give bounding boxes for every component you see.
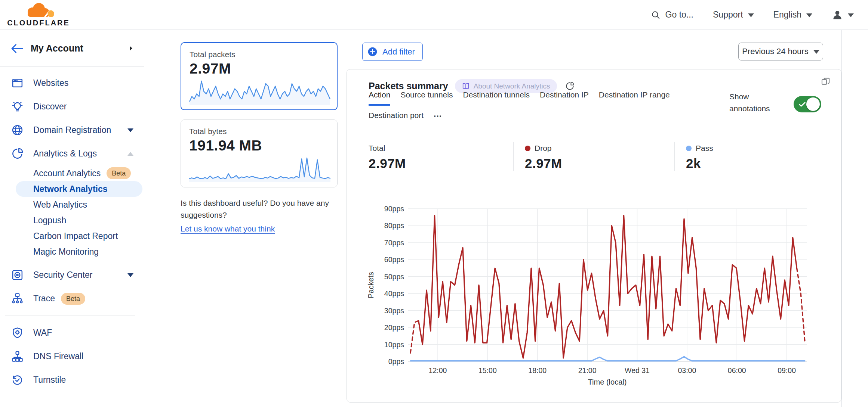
sidebar-item-label: Trace — [33, 293, 55, 304]
goto-label: Go to... — [665, 10, 693, 20]
y-axis-label: Packets — [367, 272, 375, 298]
packets-time-series-chart: 0pps10pps20pps30pps40pps50pps60pps70pps8… — [352, 202, 841, 389]
chevron-right-icon[interactable] — [128, 45, 134, 52]
sidebar-item-label: Security Center — [33, 270, 93, 280]
sidebar-item-waf[interactable]: WAF — [0, 321, 144, 345]
more-tabs-button[interactable]: ... — [434, 109, 442, 121]
about-badge-label: About Network Analytics — [474, 82, 550, 90]
pass-series-dot — [686, 146, 692, 151]
back-arrow-icon[interactable] — [10, 42, 23, 55]
sidebar-item-carbon-impact-report[interactable]: Carbon Impact Report — [0, 228, 144, 244]
sidebar-item-analytics-logs[interactable]: Analytics & Logs — [0, 142, 144, 165]
caret-down-icon — [848, 13, 854, 17]
plus-circle-icon — [367, 47, 378, 57]
account-menu[interactable] — [832, 9, 854, 21]
stat-label-text: Total — [369, 144, 385, 153]
top-nav-menu: Go to... Support English — [651, 9, 854, 21]
expand-panel-icon[interactable] — [821, 77, 831, 87]
total-bytes-card[interactable]: Total bytes 191.94 MB — [181, 119, 338, 187]
add-filter-label: Add filter — [382, 47, 415, 57]
time-range-label: Previous 24 hours — [742, 47, 808, 56]
caret-down-icon — [813, 50, 819, 54]
caret-up-icon — [127, 152, 133, 156]
x-tick-label: 12:00 — [429, 366, 447, 375]
sidebar-item-domain-registration[interactable]: Domain Registration — [0, 118, 144, 142]
caret-down-icon — [748, 13, 754, 17]
support-menu[interactable]: Support — [713, 10, 754, 20]
toggle-knob — [806, 97, 820, 111]
hierarchy-icon — [11, 350, 24, 363]
sidebar-item-websites[interactable]: Websites — [0, 71, 144, 95]
drop-series-line-dashed-end — [797, 268, 805, 341]
browser-icon — [11, 77, 24, 89]
tab-destination-ip-range[interactable]: Destination IP range — [599, 90, 670, 106]
sidebar-item-discover[interactable]: Discover — [0, 95, 144, 118]
packets-chart: 0pps10pps20pps30pps40pps50pps60pps70pps8… — [352, 202, 841, 389]
caret-down-icon — [127, 273, 133, 277]
tab-destination-tunnels[interactable]: Destination tunnels — [463, 90, 530, 106]
safe-icon — [11, 269, 24, 281]
sidebar-item-label: Logpush — [33, 215, 66, 226]
sidebar-item-magic-monitoring[interactable]: Magic Monitoring — [0, 244, 144, 260]
cloudflare-logo[interactable]: CLOUDFLARE — [8, 3, 69, 27]
language-label: English — [773, 10, 801, 20]
stat-drop: Drop2.97M — [513, 142, 674, 171]
tab-action[interactable]: Action — [369, 90, 390, 106]
language-menu[interactable]: English — [773, 10, 812, 20]
total-packets-sparkline — [189, 79, 331, 105]
x-tick-label: Wed 31 — [625, 366, 650, 375]
sidebar-item-trace[interactable]: TraceBeta — [0, 287, 144, 310]
add-filter-button[interactable]: Add filter — [362, 43, 423, 61]
goto-search-button[interactable]: Go to... — [651, 10, 693, 20]
dimension-tabs: ActionSource tunnelsDestination tunnelsD… — [369, 90, 742, 121]
time-range-dropdown[interactable]: Previous 24 hours — [738, 43, 823, 60]
tab-destination-ip[interactable]: Destination IP — [540, 90, 589, 106]
sidebar-item-turnstile[interactable]: Turnstile — [0, 368, 144, 392]
y-tick-label: 60pps — [384, 255, 404, 264]
sidebar-divider — [5, 316, 135, 316]
total-bytes-sparkline — [188, 156, 331, 182]
y-tick-label: 90pps — [384, 205, 404, 213]
sidebar-item-dns-firewall[interactable]: DNS Firewall — [0, 345, 144, 368]
x-tick-label: 18:00 — [528, 366, 547, 375]
x-axis-label: Time (local) — [588, 378, 627, 386]
sidebar-item-label: Domain Registration — [33, 125, 111, 135]
sidebar-item-label: WAF — [33, 328, 52, 338]
top-navigation: CLOUDFLARE Go to... Support English — [0, 0, 868, 30]
sidebar-item-label: Network Analytics — [33, 184, 108, 194]
card-label: Total packets — [190, 50, 329, 59]
sidebar-item-web-analytics[interactable]: Web Analytics — [0, 197, 144, 212]
stats-row: Total2.97MDrop2.97MPass2k — [369, 142, 831, 171]
drop-series-line — [419, 215, 797, 358]
stat-total: Total2.97M — [369, 142, 513, 171]
y-tick-label: 0pps — [388, 357, 404, 366]
sidebar-subgroup-analytics-logs: Account AnalyticsBetaNetwork AnalyticsWe… — [0, 165, 144, 260]
x-tick-label: 15:00 — [478, 366, 497, 375]
show-annotations-toggle[interactable] — [794, 96, 821, 112]
refresh-check-icon — [11, 374, 24, 386]
pie-chart-icon[interactable] — [565, 81, 575, 91]
sidebar-item-account-analytics[interactable]: Account AnalyticsBeta — [0, 165, 144, 181]
drop-series-line-dashed-start — [410, 321, 419, 353]
sidebar-item-network-analytics[interactable]: Network Analytics — [16, 181, 142, 197]
packets-summary-panel: Packets summary About Network Analytics — [347, 69, 841, 403]
pass-series-line — [410, 357, 805, 361]
sidebar-item-label: Magic Monitoring — [33, 247, 99, 257]
sidebar-item-label: Turnstile — [33, 375, 66, 385]
x-tick-label: 06:00 — [728, 366, 746, 375]
feedback-link[interactable]: Let us know what you think — [181, 223, 275, 235]
tab-destination-port[interactable]: Destination port — [369, 111, 424, 120]
beta-badge: Beta — [107, 167, 131, 179]
support-label: Support — [713, 10, 743, 20]
sidebar-item-logpush[interactable]: Logpush — [0, 212, 144, 228]
sidebar-divider — [5, 397, 135, 397]
sidebar-item-partial[interactable] — [0, 403, 144, 407]
tab-source-tunnels[interactable]: Source tunnels — [400, 90, 453, 106]
sidebar-item-security-center[interactable]: Security Center — [0, 263, 144, 287]
sidebar-item-label: Discover — [33, 102, 67, 112]
total-packets-card[interactable]: Total packets 2.97M — [181, 42, 338, 110]
y-tick-label: 30pps — [384, 307, 404, 315]
drop-series-dot — [525, 146, 530, 151]
stat-pass: Pass2k — [674, 142, 831, 171]
cloudflare-network-analytics-dashboard: CLOUDFLARE Go to... Support English — [0, 0, 868, 407]
